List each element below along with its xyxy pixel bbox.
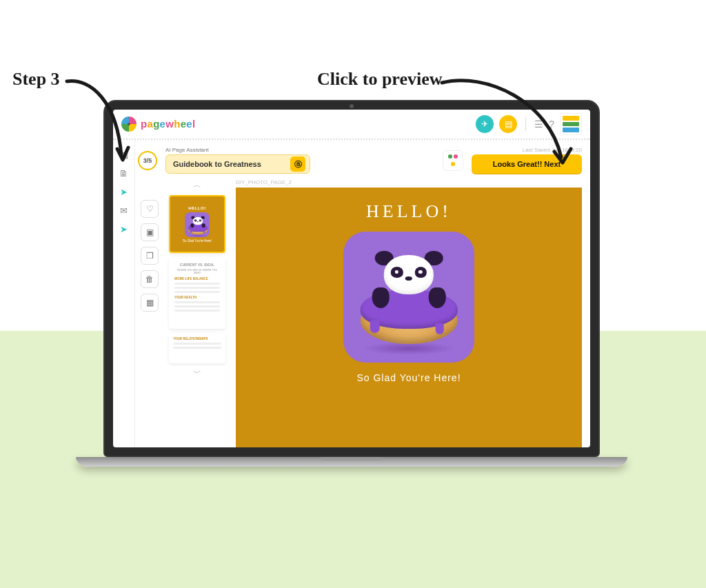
thumb1-title: HELLO! (188, 206, 205, 210)
thumbnail-3[interactable]: YOUR RELATIONSHIPS (169, 333, 225, 363)
canvas[interactable]: HELLO! (236, 187, 582, 447)
arrow-preview (438, 74, 576, 178)
thumb-up[interactable]: ︿ (193, 179, 201, 191)
arrow-step3 (63, 74, 139, 171)
assistant-wrap: AI Page Assistant Guidebook to Greatness… (165, 147, 310, 174)
heart-icon: ♡ (146, 204, 154, 214)
thumb3-sec: YOUR RELATIONSHIPS (173, 337, 221, 341)
thumb1-image (185, 212, 210, 237)
trash-icon: 🗑 (145, 274, 154, 284)
thumb1-subtitle: So Glad You're Here! (183, 239, 212, 243)
rail-rocket[interactable]: ➤ (120, 187, 128, 197)
tool-image[interactable]: ▣ (141, 223, 159, 241)
refresh-button[interactable]: ⓐ (290, 156, 305, 172)
annotation-step3: Step 3 (12, 69, 60, 90)
chevron-down-icon: ﹀ (193, 368, 201, 378)
chevron-up-icon: ︿ (193, 180, 201, 190)
step-badge[interactable]: 3/5 (138, 151, 157, 170)
element-tools: ♡ ▣ ❐ 🗑 ▦ (141, 179, 159, 447)
thumb2-header: CURRENT VS. IDEAL (174, 263, 220, 267)
tool-page[interactable]: ❐ (141, 247, 159, 265)
thumb2-sec2: YOUR HEALTH (174, 296, 220, 299)
rail-mail[interactable]: ✉ (120, 205, 128, 216)
panda-illustration-icon (343, 232, 474, 363)
thumb2-sub: WHERE YOU ARE VS WHERE YOU WANT (174, 269, 220, 274)
mail-icon: ✉ (120, 205, 128, 216)
tool-grid[interactable]: ▦ (141, 294, 159, 312)
page-thumbnails: ︿ HELLO! (165, 179, 229, 447)
rail-launch[interactable]: ➤ (120, 224, 128, 234)
thumbnail-2[interactable]: CURRENT VS. IDEAL WHERE YOU ARE VS WHERE… (169, 257, 225, 329)
rocket-icon: ➤ (120, 187, 128, 197)
laptop-base (76, 457, 627, 467)
grid-icon: ▦ (146, 298, 154, 307)
page-icon: ❐ (146, 251, 154, 261)
tool-heart[interactable]: ♡ (141, 200, 159, 218)
canvas-title[interactable]: HELLO! (366, 201, 452, 222)
app-body: ▦ 🗎 ➤ ✉ ➤ 3/5 AI Page Assistant (113, 140, 590, 447)
assistant-label: AI Page Assistant (165, 147, 310, 153)
thumb2-sec1: WORK-LIFE BALANCE (174, 277, 220, 281)
brand-name: pagewheel (141, 118, 195, 130)
rocket-icon: ➤ (120, 224, 128, 234)
canvas-wrap: DIY_PHOTO_PAGE_2 HELLO! (236, 179, 582, 447)
canvas-label: DIY_PHOTO_PAGE_2 (236, 179, 582, 185)
image-icon: ▣ (146, 227, 154, 237)
canvas-subtitle[interactable]: So Glad You're Here! (356, 372, 461, 383)
annotation-preview: Click to preview (317, 69, 443, 90)
assistant-value: Guidebook to Greatness (173, 160, 285, 168)
assistant-input[interactable]: Guidebook to Greatness ⓐ (165, 154, 310, 174)
thumbnail-1[interactable]: HELLO! So Glad You're Here! (169, 195, 225, 253)
editor: ♡ ▣ ❐ 🗑 ▦ ︿ HELLO! (135, 179, 590, 447)
thumb-down[interactable]: ﹀ (193, 367, 201, 379)
refresh-icon: ⓐ (294, 159, 302, 170)
left-rail: ▦ 🗎 ➤ ✉ ➤ (113, 140, 135, 447)
canvas-image[interactable] (343, 232, 474, 363)
main-column: 3/5 AI Page Assistant Guidebook to Great… (135, 140, 590, 447)
tool-trash[interactable]: 🗑 (141, 270, 159, 288)
